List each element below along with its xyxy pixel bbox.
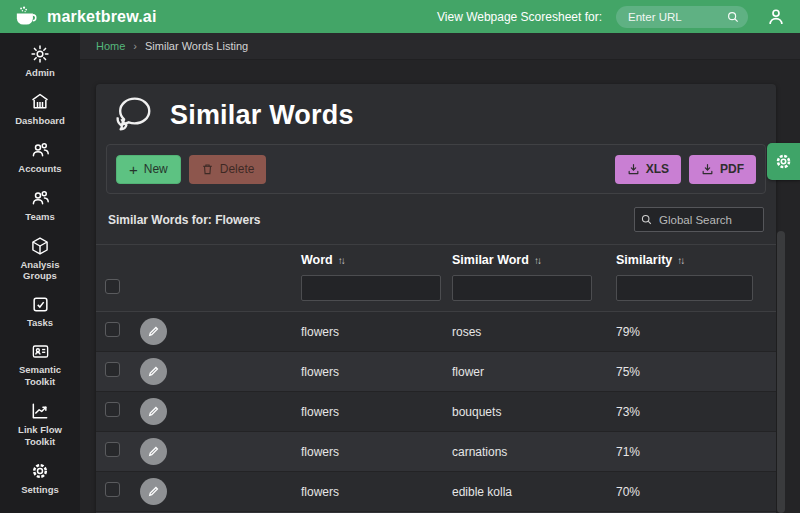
global-search-input[interactable] xyxy=(634,207,764,232)
breadcrumb-home-link[interactable]: Home xyxy=(96,40,125,52)
new-button[interactable]: + New xyxy=(116,155,181,184)
card-header: Similar Words xyxy=(96,84,776,144)
pencil-icon xyxy=(147,325,160,338)
sun-icon xyxy=(30,44,50,64)
word-cell: flowers xyxy=(301,365,452,379)
new-button-label: New xyxy=(144,162,168,176)
column-header-word[interactable]: Word↑↓ xyxy=(301,253,452,267)
sidebar-item-label: Semantic Toolkit xyxy=(19,364,61,388)
page-title: Similar Words xyxy=(170,100,354,131)
plus-icon: + xyxy=(129,162,138,177)
sort-icon: ↑↓ xyxy=(677,255,683,266)
similar-word-cell: bouquets xyxy=(452,405,616,419)
column-header-similar-word[interactable]: Similar Word↑↓ xyxy=(452,253,616,267)
sidebar-item-dashboard[interactable]: Dashboard xyxy=(1,92,79,127)
sidebar-item-label: Dashboard xyxy=(15,115,65,127)
cube-icon xyxy=(30,236,50,256)
similarity-filter-input[interactable] xyxy=(616,275,753,301)
sidebar-item-label: Accounts xyxy=(18,163,61,175)
similar-word-filter-input[interactable] xyxy=(452,275,592,301)
pencil-icon xyxy=(147,445,160,458)
sidebar-item-tasks[interactable]: Tasks xyxy=(1,295,79,329)
edit-button[interactable] xyxy=(140,438,167,465)
word-cell: flowers xyxy=(301,485,452,499)
table-row[interactable]: flowers flower 75% xyxy=(96,352,776,392)
row-checkbox[interactable] xyxy=(105,322,120,337)
edit-button[interactable] xyxy=(140,478,167,505)
breadcrumb-current: Similar Words Listing xyxy=(145,40,248,52)
table-row[interactable]: flowers roses 79% xyxy=(96,312,776,352)
edit-button[interactable] xyxy=(140,318,167,345)
pencil-icon xyxy=(147,405,160,418)
line-chart-icon xyxy=(30,401,50,421)
home-icon xyxy=(30,92,50,112)
user-profile-icon[interactable] xyxy=(766,7,786,27)
row-checkbox[interactable] xyxy=(105,442,120,457)
similar-words-card: Similar Words + New Delete xyxy=(96,84,776,513)
people-icon xyxy=(30,188,51,208)
pencil-icon xyxy=(147,365,160,378)
similarity-cell: 73% xyxy=(616,405,776,419)
edit-button[interactable] xyxy=(140,358,167,385)
word-filter-input[interactable] xyxy=(301,275,441,301)
export-xls-button[interactable]: XLS xyxy=(615,155,681,184)
similar-word-cell: flower xyxy=(452,365,616,379)
column-header-similarity[interactable]: Similarity↑↓ xyxy=(616,253,776,267)
similarity-cell: 70% xyxy=(616,485,776,499)
similarity-cell: 71% xyxy=(616,445,776,459)
subtitle: Similar Words for: Flowers xyxy=(108,213,260,227)
similar-word-cell: carnations xyxy=(452,445,616,459)
breadcrumb-separator: › xyxy=(133,40,137,52)
main-content: Similar Words + New Delete xyxy=(80,60,800,513)
table-row[interactable]: flowers bouquets 73% xyxy=(96,392,776,432)
sidebar-item-analysis-groups[interactable]: Analysis Groups xyxy=(1,236,79,283)
breadcrumb: Home › Similar Words Listing xyxy=(80,33,800,60)
trash-icon xyxy=(201,162,214,176)
sidebar-item-label: Teams xyxy=(25,211,54,223)
table-header: Word↑↓ Similar Word↑↓ Similarity↑↓ xyxy=(96,244,776,312)
word-cell: flowers xyxy=(301,405,452,419)
download-icon xyxy=(627,163,640,176)
sidebar-item-accounts[interactable]: Accounts xyxy=(1,140,79,175)
row-checkbox[interactable] xyxy=(105,482,120,497)
similar-word-cell: edible kolla xyxy=(452,485,616,499)
similar-word-cell: roses xyxy=(452,325,616,339)
export-pdf-button[interactable]: PDF xyxy=(689,155,756,184)
pdf-button-label: PDF xyxy=(720,162,744,176)
settings-fab-button[interactable] xyxy=(767,143,800,180)
search-icon[interactable] xyxy=(726,10,740,24)
task-check-icon xyxy=(31,295,50,314)
sidebar-item-admin[interactable]: Admin xyxy=(1,44,79,79)
word-cell: flowers xyxy=(301,445,452,459)
row-checkbox[interactable] xyxy=(105,362,120,377)
table-row[interactable]: flowers carnations 71% xyxy=(96,432,776,472)
sort-icon: ↑↓ xyxy=(534,255,540,266)
sidebar-item-teams[interactable]: Teams xyxy=(1,188,79,223)
id-card-icon xyxy=(30,342,51,361)
table-scrollbar[interactable] xyxy=(777,231,785,513)
table-row[interactable]: flowers edible kolla 70% xyxy=(96,472,776,512)
row-checkbox[interactable] xyxy=(105,402,120,417)
sidebar-item-semantic-toolkit[interactable]: Semantic Toolkit xyxy=(1,342,79,388)
sidebar-item-label: Settings xyxy=(21,484,58,496)
similarity-cell: 79% xyxy=(616,325,776,339)
similar-words-table: Word↑↓ Similar Word↑↓ Similarity↑↓ xyxy=(96,244,776,513)
sidebar-item-settings[interactable]: Settings xyxy=(1,461,79,496)
chat-bubbles-icon xyxy=(110,95,154,135)
edit-button[interactable] xyxy=(140,398,167,425)
brand-logo[interactable]: marketbrew.ai xyxy=(14,6,157,28)
global-search xyxy=(634,207,764,232)
sidebar-item-label: Admin xyxy=(25,67,55,79)
download-icon xyxy=(701,163,714,176)
similarity-cell: 75% xyxy=(616,365,776,379)
top-header: marketbrew.ai View Webpage Scoresheet fo… xyxy=(0,0,800,33)
delete-button[interactable]: Delete xyxy=(189,155,267,184)
select-all-checkbox[interactable] xyxy=(105,279,120,294)
sidebar-nav: Admin Dashboard Accounts xyxy=(0,33,80,513)
sort-icon: ↑↓ xyxy=(338,255,344,266)
sidebar-item-link-flow-toolkit[interactable]: Link Flow Toolkit xyxy=(1,401,79,448)
sidebar-item-label: Link Flow Toolkit xyxy=(18,424,62,448)
subheader-row: Similar Words for: Flowers xyxy=(96,194,776,242)
people-icon xyxy=(30,140,51,160)
search-icon xyxy=(640,213,653,226)
